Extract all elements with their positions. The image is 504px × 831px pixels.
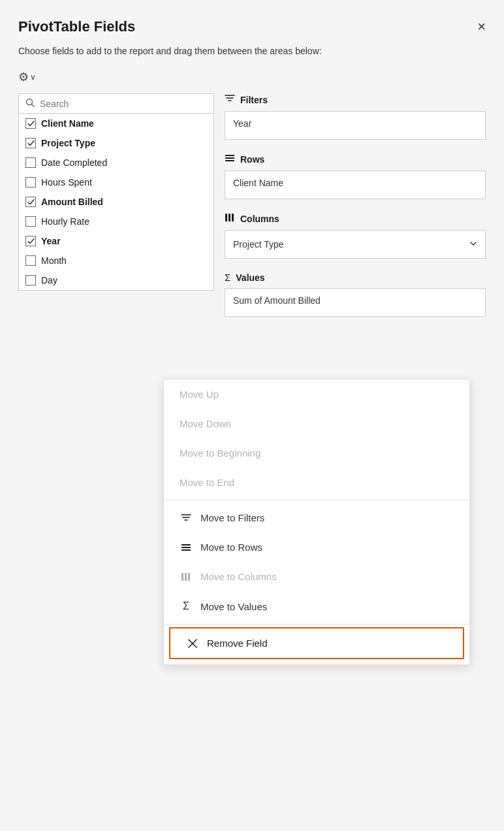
- panel-header: PivotTable Fields ×: [18, 18, 486, 35]
- rows-header: Rows: [225, 153, 486, 165]
- menu-divider-1: [164, 500, 469, 500]
- columns-value: Project Type: [233, 239, 284, 250]
- field-item-month[interactable]: Month: [19, 251, 213, 270]
- checkbox-date-completed[interactable]: [25, 157, 36, 168]
- menu-item-move-up[interactable]: Move Up: [164, 380, 469, 409]
- menu-move-up-label: Move Up: [180, 389, 219, 400]
- chevron-down-icon: ∨: [30, 73, 36, 82]
- checkbox-day[interactable]: [25, 275, 36, 285]
- panel-subtitle: Choose fields to add to the report and d…: [18, 44, 486, 58]
- rows-icon: [225, 153, 235, 165]
- close-button[interactable]: ×: [477, 20, 486, 34]
- checkbox-month[interactable]: [25, 255, 36, 266]
- filter-icon: [225, 93, 235, 106]
- rows-drop-area[interactable]: Client Name: [225, 171, 486, 199]
- svg-rect-13: [188, 573, 190, 581]
- values-drop-area[interactable]: Sum of Amount Billed: [225, 288, 486, 317]
- columns-drop-area[interactable]: Project Type: [225, 230, 486, 259]
- field-label-year: Year: [41, 236, 61, 246]
- field-label-project-type: Project Type: [41, 138, 95, 148]
- rows-section: Rows Client Name: [225, 153, 486, 199]
- menu-move-to-beginning-label: Move to Beginning: [180, 448, 260, 459]
- panel-title: PivotTable Fields: [18, 18, 135, 35]
- menu-item-move-to-beginning[interactable]: Move to Beginning: [164, 438, 469, 468]
- menu-move-to-end-label: Move to End: [180, 477, 234, 488]
- context-menu: Move Up Move Down Move to Beginning Move…: [163, 379, 470, 665]
- menu-item-move-to-values[interactable]: Σ Move to Values: [164, 591, 469, 621]
- left-panel: Client NameProject TypeDate CompletedHou…: [18, 93, 214, 317]
- rows-label: Rows: [240, 154, 264, 165]
- gear-icon: ⚙: [18, 70, 29, 84]
- pivot-table-fields-panel: PivotTable Fields × Choose fields to add…: [0, 0, 504, 831]
- values-section: Σ Values Sum of Amount Billed: [225, 272, 486, 317]
- field-item-day[interactable]: Day: [19, 270, 213, 290]
- filters-label: Filters: [240, 95, 268, 105]
- svg-rect-12: [185, 573, 187, 581]
- checkbox-amount-billed[interactable]: [25, 197, 36, 207]
- svg-rect-6: [228, 214, 230, 221]
- values-label: Values: [236, 272, 264, 283]
- values-header: Σ Values: [225, 272, 486, 283]
- menu-remove-field-label: Remove Field: [207, 638, 268, 649]
- field-item-amount-billed[interactable]: Amount Billed: [19, 192, 213, 212]
- columns-section: Columns Project Type: [225, 212, 486, 259]
- dropdown-arrow-icon: [469, 239, 477, 250]
- menu-move-down-label: Move Down: [180, 418, 231, 429]
- sigma-icon-menu: Σ: [180, 600, 193, 612]
- checkbox-hourly-rate[interactable]: [25, 216, 36, 227]
- search-icon: [25, 98, 35, 109]
- field-item-client-name[interactable]: Client Name: [19, 114, 213, 133]
- menu-move-to-columns-label: Move to Columns: [200, 571, 277, 582]
- svg-line-1: [32, 105, 35, 107]
- field-label-hours-spent: Hours Spent: [41, 177, 92, 187]
- menu-item-move-down[interactable]: Move Down: [164, 409, 469, 438]
- svg-rect-8: [181, 544, 191, 546]
- svg-rect-5: [225, 214, 227, 221]
- checkbox-project-type[interactable]: [25, 138, 36, 148]
- values-value: Sum of Amount Billed: [233, 295, 321, 306]
- filter-icon-menu: [180, 513, 193, 523]
- menu-move-to-values-label: Move to Values: [200, 601, 267, 612]
- columns-icon-menu: [180, 572, 193, 582]
- checkbox-hours-spent[interactable]: [25, 177, 36, 187]
- field-label-month: Month: [41, 255, 67, 266]
- columns-label: Columns: [240, 214, 279, 224]
- checkbox-client-name[interactable]: [25, 118, 36, 129]
- svg-rect-4: [225, 160, 234, 161]
- gear-row: ⚙ ∨: [18, 70, 486, 84]
- right-panel: Filters Year Rows: [225, 93, 486, 317]
- values-icon: Σ: [225, 272, 230, 283]
- menu-item-move-to-filters[interactable]: Move to Filters: [164, 503, 469, 532]
- menu-item-move-to-rows[interactable]: Move to Rows: [164, 532, 469, 562]
- field-label-date-completed: Date Completed: [41, 157, 107, 168]
- svg-rect-9: [181, 547, 191, 548]
- checkbox-year[interactable]: [25, 236, 36, 246]
- filters-drop-area[interactable]: Year: [225, 111, 486, 140]
- gear-button[interactable]: ⚙ ∨: [18, 70, 36, 84]
- svg-rect-10: [181, 549, 191, 551]
- menu-item-move-to-columns[interactable]: Move to Columns: [164, 562, 469, 591]
- menu-move-to-rows-label: Move to Rows: [200, 542, 262, 553]
- field-item-hours-spent[interactable]: Hours Spent: [19, 172, 213, 192]
- fields-list: Client NameProject TypeDate CompletedHou…: [18, 114, 214, 291]
- menu-divider-2: [164, 624, 469, 625]
- field-label-day: Day: [41, 275, 57, 285]
- menu-item-move-to-end[interactable]: Move to End: [164, 468, 469, 497]
- search-box: [18, 93, 214, 114]
- field-label-hourly-rate: Hourly Rate: [41, 216, 89, 227]
- field-label-amount-billed: Amount Billed: [41, 197, 103, 207]
- search-input[interactable]: [40, 99, 207, 109]
- field-item-date-completed[interactable]: Date Completed: [19, 153, 213, 172]
- field-item-year[interactable]: Year: [19, 231, 213, 251]
- svg-rect-2: [225, 155, 234, 156]
- main-content: Client NameProject TypeDate CompletedHou…: [18, 93, 486, 317]
- menu-item-remove-field[interactable]: Remove Field: [169, 627, 464, 659]
- field-item-hourly-rate[interactable]: Hourly Rate: [19, 212, 213, 231]
- menu-move-to-filters-label: Move to Filters: [200, 512, 264, 523]
- svg-rect-7: [232, 214, 234, 221]
- field-item-project-type[interactable]: Project Type: [19, 133, 213, 153]
- filters-section: Filters Year: [225, 93, 486, 140]
- rows-value: Client Name: [233, 178, 283, 188]
- svg-rect-3: [225, 157, 234, 159]
- svg-rect-11: [181, 573, 183, 581]
